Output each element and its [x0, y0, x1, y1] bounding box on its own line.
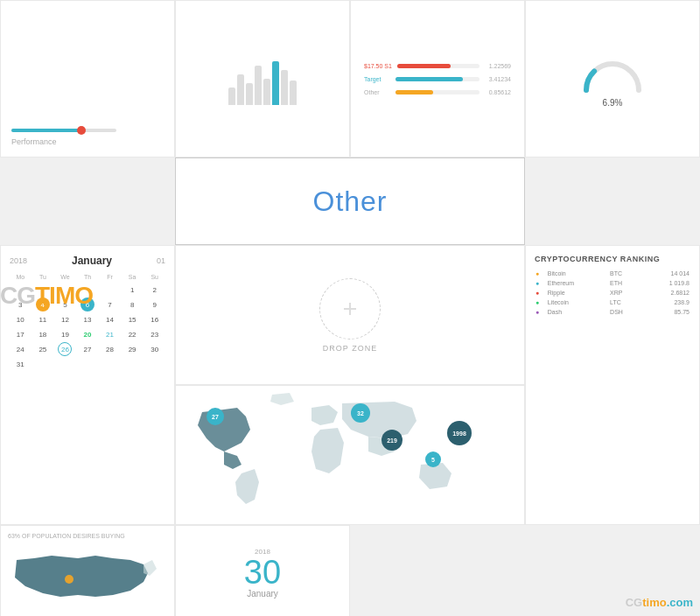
usa-pin: [65, 575, 74, 584]
world-map-card: 27 32 5 219 1998: [175, 385, 525, 525]
cal-c20: 15: [125, 312, 139, 326]
pin-val-3: 5: [425, 452, 441, 467]
day-fr: Fr: [99, 272, 121, 282]
row1: Performance $17.50 S1 1.22569 Target: [0, 0, 700, 158]
cal-c28: 23: [148, 327, 162, 341]
performance-card: Performance: [0, 0, 175, 158]
cal-c30: 25: [36, 342, 50, 356]
cal-c5: [103, 283, 117, 297]
prog-label1: $17.50 S1: [364, 63, 392, 69]
perf-track: [11, 129, 116, 132]
cal-month: January: [72, 255, 112, 267]
day-mo: Mo: [10, 272, 32, 282]
crypto-dot-5: ●: [535, 307, 547, 317]
pin-val-4: 219: [382, 430, 402, 451]
cal-c21: 16: [148, 312, 162, 326]
center-panel: DROP ZONE: [175, 245, 525, 525]
usa-card: 63% OF POPULATION DESIRES BUYING: [0, 525, 175, 616]
other-text: Other: [312, 186, 387, 218]
bar-chart-card: [175, 0, 350, 158]
crypto-name-4: Litecoin: [547, 298, 609, 307]
day-we: We: [54, 272, 76, 282]
cal-c17: 12: [58, 312, 72, 326]
prog-row2: Target 3.41234: [364, 76, 511, 82]
prog-row3: Other 0.85612: [364, 89, 511, 95]
gauge-card: 6.9%: [525, 0, 700, 158]
cg-label: CG: [0, 282, 35, 310]
prog-fill1: [397, 64, 451, 68]
cal-c34: 29: [125, 342, 139, 356]
drop-label: DROP ZONE: [323, 344, 377, 353]
cal-c32: 27: [80, 342, 94, 356]
other-section: Other: [175, 158, 525, 245]
day-tu: Tu: [32, 272, 54, 282]
crypto-card: CRYPTOCURRENCY RANKING ● Bitcoin BTC 14 …: [525, 245, 700, 525]
bw-timo: timo: [642, 596, 666, 609]
cal-header: 2018 January 01: [10, 255, 165, 267]
cal-c26: 21: [103, 327, 117, 341]
cal-c15: 10: [13, 312, 27, 326]
pin-val-5: 1998: [447, 421, 472, 445]
empty-right: [525, 158, 700, 245]
crypto-val-4: 238.9: [641, 298, 690, 307]
progress-card: $17.50 S1 1.22569 Target 3.41234 Other 0…: [350, 0, 525, 158]
mini-chart: [228, 52, 297, 105]
crypto-symbol-1: BTC: [609, 269, 641, 278]
bw-com: .com: [667, 596, 693, 609]
usa-title: 63% OF POPULATION DESIRES BUYING: [8, 533, 167, 539]
cal-c25: 20: [80, 327, 94, 341]
bottom-watermark: CGtimo.com: [626, 596, 693, 609]
cal-c13: 8: [125, 298, 139, 312]
row3: 2018 January 01 Mo Tu We Th Fr Sa Su 1 2…: [0, 245, 700, 525]
crypto-row-2: ● Ethereum ETH 1 019.8: [535, 278, 690, 288]
date-card: 2018 30 January: [175, 525, 350, 616]
gauge-pct: 6.9%: [603, 98, 623, 108]
drop-circle: [319, 278, 381, 340]
row4: 63% OF POPULATION DESIRES BUYING 2018 30…: [0, 525, 700, 616]
prog-val3: 0.85612: [485, 89, 511, 95]
crypto-dot-4: ●: [535, 298, 547, 307]
cg-watermark: CG TIMO: [0, 282, 93, 310]
cal-c31: 26: [58, 342, 72, 356]
day-sa: Sa: [122, 272, 144, 282]
bar3: [246, 83, 253, 105]
cal-c16: 11: [36, 312, 50, 326]
crypto-name-5: Dash: [547, 307, 609, 317]
cal-year: 2018: [10, 256, 27, 265]
crypto-row-5: ● Dash DSH 85.75: [535, 307, 690, 317]
perf-dot: [77, 126, 86, 135]
cal-c6: 1: [125, 283, 139, 297]
usa-map-svg: [8, 542, 165, 612]
prog-track1: [397, 64, 480, 68]
cal-c24: 19: [58, 327, 72, 341]
crypto-dot-3: ●: [535, 288, 547, 298]
crypto-val-2: 1 019.8: [641, 278, 690, 288]
map-pin-5: 1998: [447, 421, 472, 445]
day-th: Th: [77, 272, 99, 282]
prog-row1: $17.50 S1 1.22569: [364, 63, 511, 69]
crypto-name-3: Ripple: [547, 288, 609, 298]
crypto-val-3: 2.6812: [641, 288, 690, 298]
cal-c35: 30: [148, 342, 162, 356]
crypto-name-1: Bitcoin: [547, 269, 609, 278]
bar5: [263, 79, 270, 105]
cal-c27: 22: [125, 327, 139, 341]
prog-label2: Target: [364, 76, 390, 82]
empty-left: [0, 158, 175, 245]
bar8: [290, 80, 297, 105]
bar1: [228, 88, 235, 105]
cal-c22: 17: [13, 327, 27, 341]
map-pin-3: 5: [425, 452, 441, 467]
cal-c12: 7: [103, 298, 117, 312]
perf-fill: [11, 129, 81, 132]
crypto-dot-1: ●: [535, 269, 547, 278]
cal-c7: 2: [148, 283, 162, 297]
crypto-name-2: Ethereum: [547, 278, 609, 288]
day-su: Su: [144, 272, 165, 282]
cal-c14: 9: [148, 298, 162, 312]
cal-c33: 28: [103, 342, 117, 356]
crypto-title: CRYPTOCURRENCY RANKING: [535, 255, 690, 263]
bw-cg: CG: [626, 596, 643, 609]
map-pin-4: 219: [382, 430, 402, 451]
crypto-dot-2: ●: [535, 278, 547, 288]
